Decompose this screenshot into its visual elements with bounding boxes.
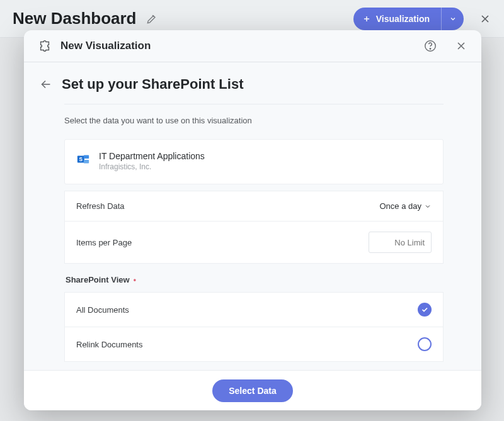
dashboard-title: New Dashboard: [13, 9, 137, 28]
back-icon[interactable]: [39, 77, 53, 91]
settings-block: Refresh Data Once a day Items per Page: [64, 191, 444, 264]
radio-selected-icon: [418, 303, 432, 317]
setup-description: Select the data you want to use on this …: [64, 116, 444, 125]
puzzle-icon: [38, 39, 52, 53]
divider: [64, 104, 444, 104]
edit-title-icon[interactable]: [146, 13, 158, 25]
refresh-data-label: Refresh Data: [76, 201, 125, 211]
modal-close-icon[interactable]: [455, 40, 467, 52]
data-source-name: IT Department Applications: [99, 151, 205, 161]
items-per-page-input[interactable]: [369, 232, 432, 253]
svg-rect-5: [84, 160, 89, 163]
select-data-button[interactable]: Select Data: [212, 379, 292, 402]
new-visualization-modal: New Visualization Set up your SharePoint…: [24, 30, 481, 410]
data-source-subtitle: Infragistics, Inc.: [99, 162, 205, 171]
add-visualization-dropdown[interactable]: [441, 8, 464, 30]
sharepoint-icon: S: [76, 152, 90, 166]
refresh-data-dropdown[interactable]: Once a day: [380, 201, 432, 211]
modal-title: New Visualization: [60, 40, 151, 52]
add-visualization-label: Visualization: [376, 14, 430, 24]
svg-point-1: [430, 48, 430, 49]
items-per-page-row: Items per Page: [64, 222, 444, 264]
view-option-all-documents[interactable]: All Documents: [64, 292, 444, 327]
radio-unselected-icon: [418, 337, 432, 351]
refresh-data-value: Once a day: [380, 201, 422, 211]
sharepoint-view-list: All Documents Relink Documents: [64, 292, 444, 362]
dashboard-close-icon[interactable]: [479, 13, 491, 25]
add-visualization-button[interactable]: Visualization: [353, 8, 464, 30]
view-option-label: Relink Documents: [76, 340, 143, 349]
refresh-data-row: Refresh Data Once a day: [64, 191, 444, 222]
help-icon[interactable]: [423, 39, 437, 53]
svg-text:S: S: [79, 157, 83, 162]
sharepoint-view-text: SharePoint View: [66, 275, 130, 284]
svg-rect-4: [84, 155, 89, 159]
modal-body: Set up your SharePoint List Select the d…: [24, 62, 481, 370]
required-dot-icon: •: [134, 276, 136, 284]
setup-title: Set up your SharePoint List: [62, 76, 243, 93]
data-source-card[interactable]: S IT Department Applications Infragistic…: [64, 139, 444, 184]
modal-header: New Visualization: [24, 30, 481, 62]
items-per-page-label: Items per Page: [76, 238, 132, 247]
sharepoint-view-label: SharePoint View •: [66, 275, 444, 284]
plus-icon: [362, 14, 371, 23]
view-option-label: All Documents: [76, 305, 129, 315]
view-option-relink-documents[interactable]: Relink Documents: [64, 327, 444, 362]
chevron-down-icon: [424, 203, 432, 210]
modal-footer: Select Data: [24, 370, 481, 410]
